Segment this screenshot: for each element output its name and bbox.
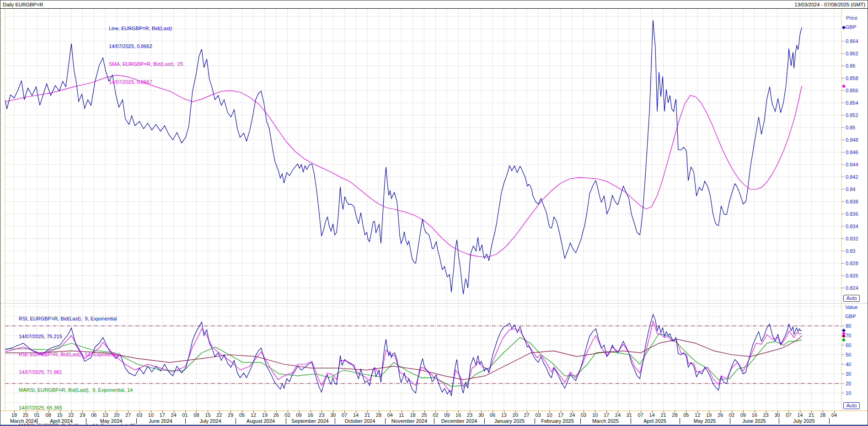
x-axis-day-label: 27 bbox=[521, 412, 533, 418]
x-axis-month-label: December 2024 bbox=[432, 418, 487, 424]
y-axis-tick-label: 0.848 bbox=[846, 137, 858, 143]
legend-rsi14-value: 14/07/2025, 71.981 bbox=[19, 369, 135, 375]
x-axis-day-label: 11 bbox=[396, 412, 407, 418]
legend-line-series: Line, EURGBP=R, Bid(Last) bbox=[109, 26, 183, 32]
x-axis-month-label: January 2025 bbox=[482, 418, 537, 424]
x-axis[interactable]: 1825010815222906132027031017240108152229… bbox=[0, 410, 868, 426]
x-axis-day-label: 13 bbox=[498, 412, 510, 418]
x-axis-month-label: May 2025 bbox=[677, 418, 732, 424]
y-axis-tick-label: 0.844 bbox=[846, 162, 858, 167]
rsi-axis-title: Value bbox=[845, 304, 857, 310]
y-axis-tick-label: 0.852 bbox=[846, 112, 858, 118]
y-axis-tick-label: 0.862 bbox=[846, 51, 858, 56]
price-legend: Line, EURGBP=R, Bid(Last) 14/07/2025, 0.… bbox=[109, 14, 183, 97]
x-axis-day-label: 12 bbox=[691, 412, 703, 418]
legend-sma-value: 14/07/2025, 0.8567 bbox=[109, 79, 183, 85]
title-bar: Daily EURGBP=R 13/03/2024 - 07/08/2025 (… bbox=[0, 0, 868, 9]
y-axis-tick-label: 0.836 bbox=[846, 211, 858, 217]
x-axis-month-label: May 2024 bbox=[84, 418, 139, 424]
x-axis-day-label: 02 bbox=[282, 412, 294, 418]
y-axis-tick-label: 0.846 bbox=[846, 149, 858, 155]
x-axis-day-label: 17 bbox=[600, 412, 612, 418]
y-axis-tick-label: 0.858 bbox=[846, 75, 858, 81]
x-axis-day-label: 09 bbox=[293, 412, 305, 418]
price-axis-currency: GBP bbox=[846, 24, 856, 30]
rsi-axis-auto-button[interactable]: Auto bbox=[843, 402, 860, 409]
x-axis-day-label: 13 bbox=[99, 412, 111, 418]
x-axis-day-label: 03 bbox=[134, 412, 145, 418]
legend-rsi14-series: RSI, EURGBP=R, Bid(Last), 14, Exponentia… bbox=[19, 351, 135, 357]
x-axis-day-label: 12 bbox=[247, 412, 259, 418]
x-axis-day-label: 20 bbox=[111, 412, 123, 418]
y-axis-tick-label: 80 bbox=[846, 323, 851, 329]
x-axis-day-label: 04 bbox=[828, 412, 840, 418]
y-axis-tick-label: 0.856 bbox=[846, 88, 858, 93]
y-axis-tick-label: 0.832 bbox=[846, 236, 858, 241]
x-axis-day-label: 27 bbox=[122, 412, 134, 418]
x-axis-day-label: 08 bbox=[43, 412, 54, 418]
x-axis-day-label: 30 bbox=[772, 412, 783, 418]
y-axis-tick-label: 0.826 bbox=[846, 273, 858, 278]
x-axis-month-label: October 2024 bbox=[332, 418, 387, 424]
panel-separator[interactable] bbox=[0, 303, 868, 304]
y-axis-tick-label: 30 bbox=[846, 371, 851, 377]
x-axis-day-label: 28 bbox=[669, 412, 680, 418]
legend-rsi9-value: 14/07/2025, 75.215 bbox=[19, 334, 135, 340]
y-axis-tick-label: 0.86 bbox=[846, 63, 855, 69]
y-axis-tick-label: 0.842 bbox=[846, 174, 858, 180]
last-value-marker bbox=[842, 85, 846, 88]
y-axis-tick-label: 50 bbox=[846, 352, 851, 357]
x-axis-day-label: 22 bbox=[213, 412, 225, 418]
x-axis-day-label: 25 bbox=[418, 412, 430, 418]
last-value-marker bbox=[842, 334, 846, 338]
x-axis-month-label: June 2025 bbox=[727, 418, 782, 424]
x-axis-day-label: 07 bbox=[782, 412, 794, 418]
x-axis-day-label: 01 bbox=[31, 412, 43, 418]
legend-marsi9-series: MARSI, EURGBP=R, Bid(Last), 9, Exponenti… bbox=[19, 387, 135, 393]
legend-rsi9-series: RSI, EURGBP=R, Bid(Last), 9, Exponential bbox=[19, 316, 135, 322]
series-line bbox=[5, 75, 802, 257]
x-axis-day-label: 09 bbox=[737, 412, 749, 418]
x-axis-day-label: 23 bbox=[760, 412, 772, 418]
x-axis-day-label: 23 bbox=[464, 412, 476, 418]
x-axis-day-label: 21 bbox=[658, 412, 670, 418]
x-axis-day-label: 18 bbox=[8, 412, 20, 418]
y-axis-tick-label: 0.834 bbox=[846, 224, 858, 229]
x-axis-day-label: 19 bbox=[703, 412, 715, 418]
price-axis-auto-button[interactable]: Auto bbox=[843, 295, 860, 302]
x-axis-day-label: 04 bbox=[384, 412, 396, 418]
x-axis-day-label: 06 bbox=[88, 412, 100, 418]
y-axis-tick-label: 20 bbox=[846, 381, 851, 386]
x-axis-day-label: 16 bbox=[305, 412, 316, 418]
x-axis-day-label: 03 bbox=[578, 412, 589, 418]
x-axis-month-label: April 2025 bbox=[627, 418, 682, 424]
x-axis-day-label: 22 bbox=[65, 412, 77, 418]
x-axis-month-label: August 2024 bbox=[233, 418, 288, 424]
x-axis-day-label: 15 bbox=[202, 412, 214, 418]
x-axis-day-label: 26 bbox=[270, 412, 282, 418]
x-axis-day-label: 05 bbox=[680, 412, 692, 418]
last-value-marker bbox=[842, 338, 846, 342]
x-axis-day-label: 24 bbox=[168, 412, 180, 418]
x-axis-day-label: 17 bbox=[156, 412, 168, 418]
x-axis-day-label: 31 bbox=[623, 412, 635, 418]
x-axis-day-label: 29 bbox=[76, 412, 88, 418]
x-axis-day-label: 21 bbox=[805, 412, 817, 418]
x-axis-day-label: 30 bbox=[475, 412, 487, 418]
x-axis-day-label: 28 bbox=[373, 412, 385, 418]
x-axis-day-label: 05 bbox=[236, 412, 248, 418]
x-axis-day-label: 16 bbox=[452, 412, 464, 418]
y-axis-tick-label: 0.84 bbox=[846, 186, 855, 192]
x-axis-month-label: September 2024 bbox=[283, 418, 338, 424]
y-axis-tick-label: 10 bbox=[846, 390, 851, 396]
x-axis-day-label: 16 bbox=[749, 412, 761, 418]
rsi-legend: RSI, EURGBP=R, Bid(Last), 9, Exponential… bbox=[19, 304, 135, 426]
x-axis-day-label: 14 bbox=[794, 412, 806, 418]
x-axis-day-label: 10 bbox=[543, 412, 555, 418]
x-axis-day-label: 28 bbox=[817, 412, 829, 418]
x-axis-month-label: July 2024 bbox=[183, 418, 238, 424]
legend-line-value: 14/07/2025, 0.8662 bbox=[109, 43, 183, 49]
x-axis-month-label: June 2024 bbox=[133, 418, 188, 424]
x-axis-day-label: 07 bbox=[635, 412, 647, 418]
x-axis-day-label: 25 bbox=[20, 412, 32, 418]
